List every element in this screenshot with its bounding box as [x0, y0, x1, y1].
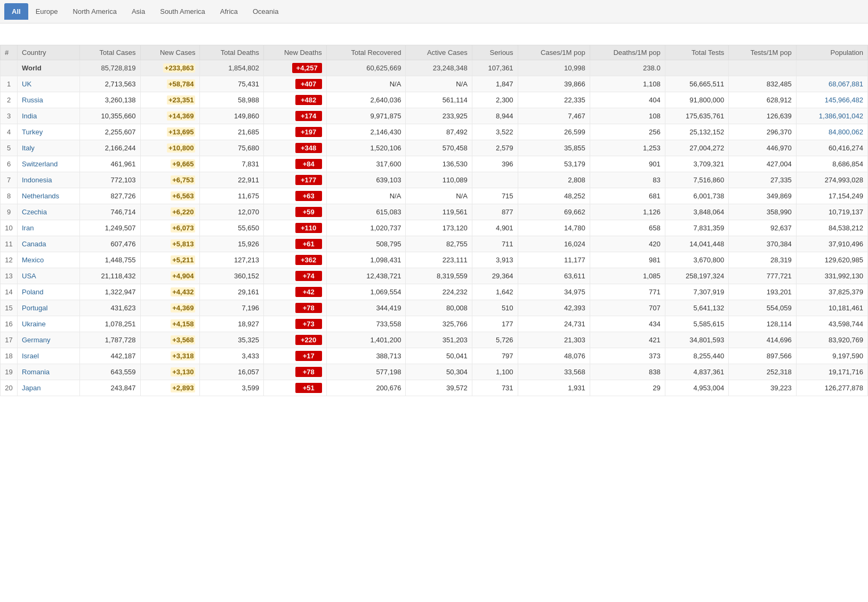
tab-africa[interactable]: Africa: [213, 3, 245, 20]
total-cases-cell: 442,187: [79, 348, 140, 364]
population-cell: 37,910,496: [796, 236, 867, 252]
country-cell[interactable]: Iran: [18, 220, 80, 236]
world-population: [796, 60, 867, 76]
total-cases-cell: 461,961: [79, 156, 140, 172]
deaths-per-1m-cell: 771: [590, 284, 665, 300]
tab-europe[interactable]: Europe: [28, 3, 66, 20]
serious-cell: 797: [472, 348, 518, 364]
country-cell[interactable]: Ukraine: [18, 316, 80, 332]
serious-cell: 177: [472, 316, 518, 332]
country-cell[interactable]: Indonesia: [18, 172, 80, 188]
population-cell: 60,416,274: [796, 140, 867, 156]
deaths-per-1m-cell: 681: [590, 188, 665, 204]
cases-per-1m-cell: 69,662: [518, 204, 590, 220]
new-deaths-cell: +177: [264, 172, 327, 188]
rank-cell: 18: [1, 348, 18, 364]
new-deaths-cell: +17: [264, 348, 327, 364]
total-cases-cell: 1,448,755: [79, 252, 140, 268]
total-cases-cell: 607,476: [79, 236, 140, 252]
tab-all[interactable]: All: [4, 3, 28, 20]
country-cell[interactable]: Switzerland: [18, 156, 80, 172]
new-deaths-cell: +74: [264, 268, 327, 284]
population-cell: 331,992,130: [796, 268, 867, 284]
serious-cell: 877: [472, 204, 518, 220]
active-cell: 233,925: [406, 108, 472, 124]
serious-cell: 3,522: [472, 124, 518, 140]
country-cell[interactable]: Germany: [18, 332, 80, 348]
recovered-cell: N/A: [326, 188, 406, 204]
country-cell[interactable]: Portugal: [18, 300, 80, 316]
tab-south-america[interactable]: South America: [152, 3, 213, 20]
tests-per-1m-cell: 193,201: [729, 284, 796, 300]
country-cell[interactable]: Czechia: [18, 204, 80, 220]
tests-per-1m-cell: 628,912: [729, 92, 796, 108]
active-cell: 136,530: [406, 156, 472, 172]
deaths-per-1m-cell: 901: [590, 156, 665, 172]
tab-asia[interactable]: Asia: [124, 3, 152, 20]
total-tests-cell: 5,585,615: [665, 316, 729, 332]
tab-north-america[interactable]: North America: [66, 3, 124, 20]
population-cell[interactable]: 84,800,062: [796, 124, 867, 140]
deaths-per-1m-cell: 1,253: [590, 140, 665, 156]
tests-per-1m-cell: 128,114: [729, 316, 796, 332]
new-cases-cell: +10,800: [140, 140, 200, 156]
deaths-per-1m-cell: 404: [590, 92, 665, 108]
total-tests-cell: 4,953,004: [665, 380, 729, 396]
new-deaths-cell: +78: [264, 300, 327, 316]
new-cases-cell: +6,073: [140, 220, 200, 236]
country-cell[interactable]: Turkey: [18, 124, 80, 140]
serious-cell: 1,847: [472, 76, 518, 92]
population-cell: 274,993,028: [796, 172, 867, 188]
country-cell[interactable]: USA: [18, 268, 80, 284]
rank-cell: 6: [1, 156, 18, 172]
rank-cell: 20: [1, 380, 18, 396]
total-tests-cell: 7,831,359: [665, 220, 729, 236]
active-cell: 119,561: [406, 204, 472, 220]
new-cases-cell: +3,568: [140, 332, 200, 348]
deaths-per-1m-cell: 981: [590, 252, 665, 268]
cases-per-1m-cell: 34,975: [518, 284, 590, 300]
active-cell: 50,041: [406, 348, 472, 364]
recovered-cell: 2,640,036: [326, 92, 406, 108]
country-cell[interactable]: Russia: [18, 92, 80, 108]
total-cases-cell: 1,322,947: [79, 284, 140, 300]
country-cell[interactable]: Israel: [18, 348, 80, 364]
tests-per-1m-cell: 414,696: [729, 332, 796, 348]
total-tests-cell: 258,197,324: [665, 268, 729, 284]
country-cell[interactable]: Mexico: [18, 252, 80, 268]
world-tests-per-1m: [729, 60, 796, 76]
rank-cell: 4: [1, 124, 18, 140]
active-cell: 80,008: [406, 300, 472, 316]
country-cell[interactable]: Japan: [18, 380, 80, 396]
total-cases-cell: 643,559: [79, 364, 140, 380]
recovered-cell: 200,676: [326, 380, 406, 396]
population-cell[interactable]: 145,966,482: [796, 92, 867, 108]
country-cell[interactable]: UK: [18, 76, 80, 92]
country-cell[interactable]: Netherlands: [18, 188, 80, 204]
total-cases-cell: 746,714: [79, 204, 140, 220]
table-row: 16 Ukraine 1,078,251 +4,158 18,927 +73 7…: [1, 316, 868, 332]
world-new-cases: +233,863: [140, 60, 200, 76]
country-cell[interactable]: Romania: [18, 364, 80, 380]
country-cell[interactable]: Italy: [18, 140, 80, 156]
cases-per-1m-cell: 63,611: [518, 268, 590, 284]
rank-cell: 17: [1, 332, 18, 348]
country-cell[interactable]: Poland: [18, 284, 80, 300]
active-cell: 110,089: [406, 172, 472, 188]
population-cell[interactable]: 68,067,881: [796, 76, 867, 92]
col-total-cases: Total Cases: [79, 45, 140, 60]
serious-cell: 2,579: [472, 140, 518, 156]
population-cell: 9,197,590: [796, 348, 867, 364]
population-cell[interactable]: 1,386,901,042: [796, 108, 867, 124]
total-tests-cell: 3,848,064: [665, 204, 729, 220]
recovered-cell: 1,020,737: [326, 220, 406, 236]
rank-cell: 13: [1, 268, 18, 284]
country-cell[interactable]: India: [18, 108, 80, 124]
tab-oceania[interactable]: Oceania: [245, 3, 286, 20]
table-row: 4 Turkey 2,255,607 +13,695 21,685 +197 2…: [1, 124, 868, 140]
tests-per-1m-cell: 777,721: [729, 268, 796, 284]
active-cell: 561,114: [406, 92, 472, 108]
country-cell[interactable]: Canada: [18, 236, 80, 252]
cases-per-1m-cell: 24,731: [518, 316, 590, 332]
cases-per-1m-cell: 42,393: [518, 300, 590, 316]
